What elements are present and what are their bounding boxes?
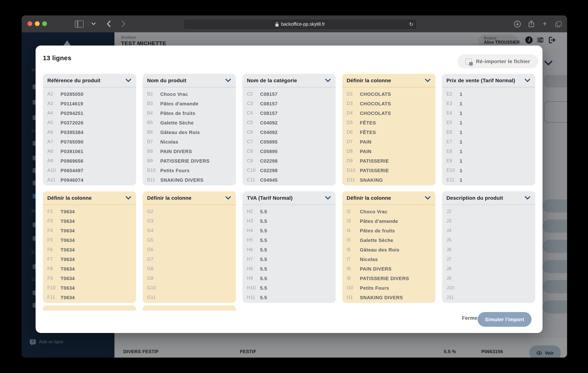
minimize-window-button[interactable]	[35, 21, 40, 26]
cell-reference: D11	[347, 177, 360, 182]
cell-row: J10	[442, 283, 535, 293]
column-card-title: Définir la colonne	[147, 195, 225, 201]
cell-row: J3	[442, 216, 535, 226]
cell-reference: B7	[147, 139, 160, 144]
cell-reference: H4	[247, 228, 260, 233]
cell-row: J4	[442, 226, 535, 235]
chevron-down-icon	[325, 196, 331, 200]
refresh-icon[interactable]: ↻	[409, 21, 413, 27]
cell-reference: C11	[247, 177, 260, 182]
cell-reference: E4	[446, 110, 460, 116]
cell-value: P0969656	[61, 158, 84, 164]
cell-value: C04945	[260, 177, 278, 183]
cell-row: D9PATISSERIE	[342, 156, 435, 165]
cell-value: 5.5	[260, 228, 267, 233]
cell-row: D8PAIN	[342, 146, 435, 156]
cell-value: 1	[460, 158, 462, 164]
column-card-select[interactable]: Définir la colonne	[342, 191, 435, 205]
simulate-import-button[interactable]: Simuler l'import	[478, 312, 532, 327]
url-bar[interactable]: backoffice-pp.skytill.fr ↻	[183, 19, 417, 30]
reimport-file-button[interactable]: Ré-importer le fichier	[457, 54, 538, 68]
cell-reference: H11	[247, 295, 260, 300]
cell-row: I9PATISSERIE DIVERS	[342, 274, 435, 283]
cell-row: I6Gâteau des Rois	[342, 245, 435, 254]
forward-button[interactable]	[118, 15, 129, 32]
downloads-button[interactable]	[512, 15, 523, 32]
column-card-select[interactable]: Définir la colonne	[342, 74, 435, 87]
cell-row: D11SNAKING	[342, 175, 435, 185]
cell-row: G6	[143, 245, 236, 254]
cell-row: E81	[442, 146, 535, 156]
cell-row: B4Pâtes de fruits	[143, 108, 236, 118]
cell-reference: J11	[446, 295, 460, 300]
cell-reference: E8	[446, 149, 460, 154]
cell-value: FÊTES	[360, 120, 376, 125]
chevron-down-icon	[325, 78, 331, 82]
cell-reference: B11	[147, 177, 160, 182]
cell-reference: D4	[347, 110, 360, 116]
cell-row: J5	[442, 235, 535, 245]
cell-reference: D9	[347, 158, 360, 163]
back-button[interactable]	[103, 15, 114, 32]
new-tab-button[interactable]: +	[539, 15, 550, 32]
cell-value: FÊTES	[360, 129, 376, 135]
cell-row: A7P0765090	[43, 137, 136, 146]
cell-reference: E6	[446, 130, 460, 135]
sidebar-chevron-button[interactable]	[90, 15, 98, 32]
cell-row: H85.5	[242, 264, 336, 274]
cell-row: A8P0391061	[43, 146, 136, 156]
column-card-select[interactable]: Nom de la catégorie	[242, 74, 336, 87]
cell-reference: F11	[47, 295, 61, 300]
cell-row: D3CHOCOLATS	[342, 99, 435, 108]
sidebar-toggle-button[interactable]	[73, 15, 85, 32]
cell-value: P0946074	[61, 177, 84, 183]
cell-row: E41	[442, 108, 535, 118]
browser-titlebar: backoffice-pp.skytill.fr ↻ +	[22, 15, 567, 33]
sidebar-toggle-icon	[75, 20, 84, 27]
cell-value: Pâtes de fruits	[160, 110, 195, 116]
share-button[interactable]	[526, 15, 537, 32]
column-card-rows: H25.5H35.5H45.5H55.5H65.5H75.5H85.5H95.5…	[242, 205, 336, 302]
cell-row: J8	[442, 264, 535, 274]
column-card-select[interactable]: Nom du produit	[143, 74, 236, 87]
cell-row: B8PAIN DIVERS	[143, 146, 236, 156]
cell-value: C02298	[260, 168, 278, 173]
column-card-select[interactable]: Prix de vente (Tarif Normal)	[442, 74, 535, 87]
column-card-select[interactable]: Définir la colonne	[143, 191, 236, 205]
cell-value: Choco Vrac	[360, 209, 388, 214]
cell-value: P0372026	[61, 120, 84, 125]
column-card-select[interactable]: TVA (Tarif Normal)	[242, 191, 336, 205]
close-window-button[interactable]	[28, 21, 32, 26]
cell-reference: B6	[147, 130, 160, 135]
show-tabs-button[interactable]	[552, 15, 563, 32]
cell-reference: B9	[147, 158, 160, 163]
cell-reference: J3	[446, 219, 460, 224]
zoom-window-button[interactable]	[42, 21, 47, 26]
column-card-rows: I2Choco VracI3Pâtes d'amandeI4Pâtes de f…	[342, 205, 435, 302]
cell-reference: J10	[446, 285, 460, 290]
cell-reference: B2	[147, 91, 160, 97]
column-card-title: Définir la colonne	[47, 195, 126, 201]
cell-value: Galette Sèche	[160, 120, 194, 125]
cell-value: C04092	[260, 129, 278, 135]
cell-reference: F5	[47, 238, 61, 243]
cell-reference: H3	[247, 219, 260, 224]
cell-row: A11P0946074	[43, 175, 136, 185]
cell-reference: B8	[147, 149, 160, 154]
next-row-card-peek	[43, 306, 136, 311]
reimport-file-label: Ré-importer le fichier	[476, 58, 530, 64]
column-card-select[interactable]: Description du produit	[442, 191, 535, 205]
cell-reference: G8	[147, 266, 160, 271]
cell-row: I8PAIN DIVERS	[342, 264, 435, 274]
cell-reference: D3	[347, 101, 360, 106]
cell-value: C08157	[260, 101, 278, 106]
cell-row: D5FÊTES	[342, 118, 435, 127]
chevron-down-icon	[525, 78, 530, 82]
url-text: backoffice-pp.skytill.fr	[281, 22, 325, 27]
cell-reference: I2	[347, 209, 360, 214]
cell-value: T0634	[61, 275, 75, 281]
cell-row: I7Nicolas	[342, 254, 435, 264]
column-card-select[interactable]: Référence du produit	[43, 74, 136, 87]
column-card-select[interactable]: Définir la colonne	[43, 191, 136, 205]
cell-row: H35.5	[242, 216, 336, 226]
